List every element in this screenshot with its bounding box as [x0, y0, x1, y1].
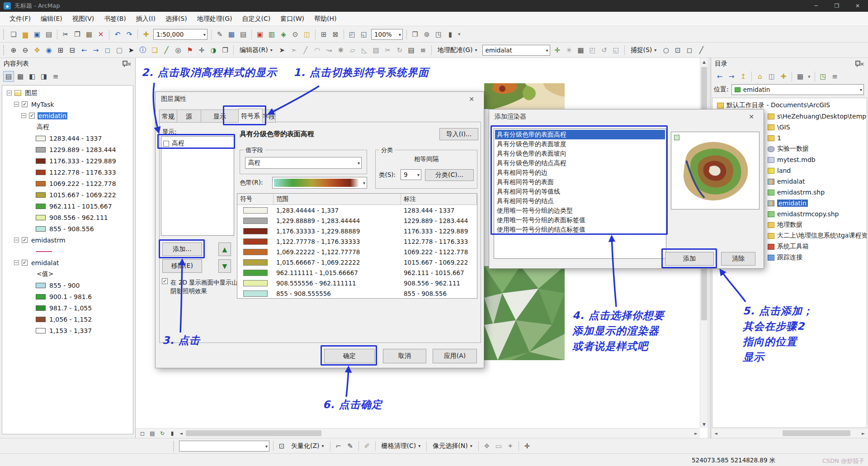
toc-item-label[interactable]: 900.1 - 981.6 — [48, 293, 93, 300]
edit-vertices-icon[interactable]: ▱ — [347, 45, 358, 56]
classify-button[interactable]: 分类(C)... — [425, 169, 474, 181]
renderer-option[interactable]: 具有分级色带的表面坡度 — [495, 139, 665, 149]
default-geodatabase-icon[interactable]: ◫ — [766, 71, 777, 82]
catalog-item-label[interactable]: 默认工作目录 - Documents\ArcGIS — [726, 101, 830, 109]
symbology-row[interactable]: 1,283.44444 - 1,337 1283.444 - 1337 — [237, 205, 477, 215]
print-icon[interactable]: ▤ — [43, 29, 54, 40]
raster-snapping-icon[interactable]: ⊡ — [276, 441, 287, 452]
renderer-list-box[interactable]: 高程 — [161, 136, 234, 236]
visibility-checkbox[interactable] — [22, 237, 28, 243]
visibility-checkbox[interactable] — [22, 260, 28, 266]
visibility-checkbox[interactable] — [29, 113, 35, 119]
georeferencing-layer-combo[interactable]: emidalat — [482, 45, 550, 56]
viewer-icon[interactable]: ❐ — [220, 45, 231, 56]
apply-button[interactable]: 应用(A) — [433, 349, 477, 363]
pause-drawing-icon[interactable]: ▮ — [168, 429, 177, 437]
edge-snapping-icon[interactable]: ╱ — [696, 45, 707, 56]
trace-between-points-icon[interactable]: ✐ — [362, 441, 373, 452]
catalog-item-label[interactable]: emidastrm.shp — [777, 189, 825, 196]
point-snapping-icon[interactable]: ○ — [660, 45, 671, 56]
toc-item[interactable]: 908.556 - 962.111 — [2, 212, 133, 223]
renderer-option[interactable]: 具有相同符号的边 — [495, 168, 665, 177]
toc-item-label[interactable]: 图层 — [24, 89, 38, 97]
expander-icon[interactable] — [14, 260, 19, 265]
clear-button[interactable]: 清除 — [721, 252, 755, 266]
menu-item[interactable]: 插入(I) — [131, 15, 160, 23]
menu-item[interactable]: 文件(F) — [5, 15, 36, 23]
list-by-selection-icon[interactable]: ◨ — [38, 71, 49, 82]
cut-icon[interactable]: ✂ — [60, 29, 71, 40]
elevation-checkbox[interactable] — [163, 141, 169, 147]
find-route-icon[interactable]: ⚑ — [184, 45, 195, 56]
menu-item[interactable]: 自定义(C) — [237, 15, 275, 23]
trace-icon[interactable]: ↝ — [324, 45, 335, 56]
launch-window-icon[interactable]: ◳ — [818, 71, 829, 82]
dialog-tab[interactable]: 常规 — [159, 109, 177, 123]
toc-options-icon[interactable]: ≡ — [50, 71, 61, 82]
forward-icon[interactable]: → — [726, 71, 737, 82]
cell-selection-menu[interactable]: 像元选择(N) — [430, 442, 475, 450]
full-extent-icon[interactable]: ◉ — [43, 45, 54, 56]
ok-button[interactable]: 确定 — [324, 349, 375, 363]
zoom-to-layer-icon[interactable]: ◰ — [587, 45, 598, 56]
zoom-out-icon[interactable]: ⊖ — [20, 45, 31, 56]
scroll-right-arrow[interactable]: ► — [859, 429, 867, 437]
raster-cleanup-menu[interactable]: 栅格清理(C) — [379, 442, 424, 450]
renderer-option[interactable]: 具有分级色带的表面高程 — [495, 130, 665, 139]
list-by-source-icon[interactable]: ▦ — [15, 71, 26, 82]
end-snapping-icon[interactable]: ⊡ — [672, 45, 683, 56]
catalog-horizontal-scrollbar[interactable]: ◄ ► — [712, 429, 867, 437]
find-icon[interactable]: ◎ — [173, 45, 184, 56]
symbology-row[interactable]: 1,176.33333 - 1,229.88889 1176.333 - 122… — [237, 226, 477, 236]
home-folder-icon[interactable]: ⌂ — [755, 71, 765, 82]
toc-item-label[interactable]: 855 - 900 — [48, 282, 80, 289]
toc-item[interactable]: emidatin — [2, 110, 133, 121]
renderer-option[interactable]: 具有分级色带的结点高程 — [495, 158, 665, 168]
remove-renderer-button[interactable]: 移除(E) — [162, 259, 202, 273]
toc-item[interactable]: 900.1 - 981.6 — [2, 291, 133, 302]
classes-combo[interactable]: 9 — [401, 169, 421, 180]
move-up-button[interactable]: ▲ — [218, 243, 231, 256]
dialog-close-icon[interactable] — [745, 113, 758, 120]
toc-item[interactable]: 1,056 - 1,152 — [2, 314, 133, 325]
auto-registration-icon[interactable]: ✳ — [564, 45, 575, 56]
class-color-swatch[interactable] — [243, 259, 268, 266]
renderer-option[interactable]: 使用唯一符号分组的表面标签值 — [495, 215, 665, 225]
toc-item-label[interactable]: 1176.333 - 1229.889 — [48, 157, 117, 165]
class-label[interactable]: 1283.444 - 1337 — [401, 207, 477, 214]
toc-item[interactable]: 962.111 - 1015.667 — [2, 200, 133, 212]
html-popup-icon[interactable]: ❏ — [149, 45, 160, 56]
toc-item-label[interactable]: 962.111 - 1015.667 — [48, 203, 113, 210]
toc-item[interactable]: 1069.222 - 1122.778 — [2, 178, 133, 189]
zoom-in-icon[interactable]: ⊕ — [8, 45, 19, 56]
catalog-window-icon[interactable]: ◫ — [302, 29, 312, 40]
generate-features-icon[interactable]: ⌐ — [333, 441, 344, 452]
toc-item-label[interactable]: 1,056 - 1,152 — [48, 316, 93, 323]
toc-window-icon[interactable]: ▤ — [238, 29, 249, 40]
map-horizontal-scrollbar[interactable] — [185, 429, 692, 437]
symbology-row[interactable]: 962.111111 - 1,015.66667 962.111 - 1015.… — [237, 267, 477, 278]
catalog-item-label[interactable]: \GIS — [777, 124, 790, 131]
class-label[interactable]: 962.111 - 1015.667 — [401, 269, 477, 276]
toc-item-label[interactable]: 1015.667 - 1069.222 — [48, 191, 117, 199]
search-window-icon[interactable]: ⊙ — [290, 29, 301, 40]
georeferencing-menu[interactable]: 地理配准(G) — [435, 46, 480, 54]
zoom-whole-page-icon[interactable]: ◰ — [347, 29, 358, 40]
symbology-row[interactable]: 1,122.77778 - 1,176.33333 1122.778 - 117… — [237, 236, 477, 247]
hillshade-checkbox[interactable] — [162, 278, 168, 284]
class-label[interactable]: 1122.778 - 1176.333 — [401, 238, 477, 245]
expander-icon[interactable] — [14, 238, 19, 243]
scroll-down-arrow[interactable]: ▼ — [700, 420, 708, 428]
scroll-left-arrow[interactable]: ◄ — [177, 429, 185, 437]
point-tool-icon[interactable]: ✱ — [335, 45, 346, 56]
toc-item[interactable] — [2, 246, 133, 257]
catalog-item-label[interactable]: emidalat — [777, 178, 805, 185]
go-to-xy-icon[interactable]: ✛ — [196, 45, 207, 56]
toc-item-label[interactable]: 1,153 - 1,337 — [48, 327, 93, 334]
map-scale-combo[interactable]: 1:50,000 — [153, 29, 208, 40]
class-color-swatch[interactable] — [243, 249, 268, 255]
move-down-button[interactable]: ▼ — [218, 259, 231, 273]
toc-item[interactable]: 981.7 - 1,055 — [2, 302, 133, 314]
cancel-button[interactable]: 取消 — [383, 349, 426, 363]
modelbuilder-icon[interactable]: ◈ — [278, 29, 289, 40]
